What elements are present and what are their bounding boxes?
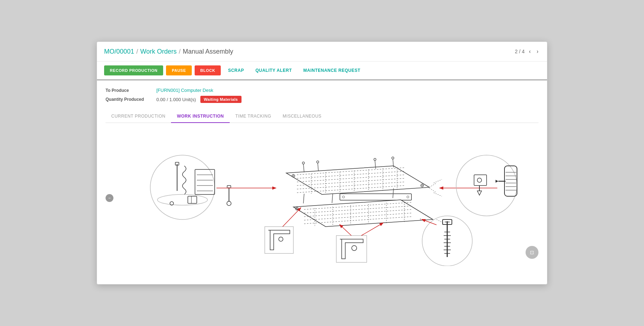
svg-line-104 bbox=[340, 225, 351, 236]
pause-button[interactable]: PAUSE bbox=[166, 65, 192, 75]
to-produce-value[interactable]: [FURN001] Computer Desk bbox=[156, 88, 213, 93]
breadcrumb: MO/00001 / Work Orders / Manual Assembly bbox=[104, 48, 233, 55]
breadcrumb-current-page: Manual Assembly bbox=[183, 48, 233, 55]
tab-miscellaneous[interactable]: MISCELLANEOUS bbox=[277, 110, 327, 123]
chat-button[interactable]: ⊡ bbox=[526, 246, 538, 259]
tabs: CURRENT PRODUCTION WORK INSTRUCTION TIME… bbox=[106, 110, 538, 123]
svg-point-83 bbox=[477, 178, 482, 182]
svg-line-48 bbox=[332, 193, 333, 203]
breadcrumb-workorders[interactable]: Work Orders bbox=[140, 48, 177, 55]
pagination-text: 2 / 4 bbox=[515, 49, 525, 54]
block-button[interactable]: BLOCK bbox=[195, 65, 221, 75]
svg-rect-10 bbox=[188, 196, 197, 203]
info-section: To Produce [FURN001] Computer Desk Quant… bbox=[106, 88, 538, 103]
tab-time-tracking[interactable]: TIME TRACKING bbox=[230, 110, 277, 123]
svg-line-103 bbox=[283, 208, 301, 227]
main-window: MO/00001 / Work Orders / Manual Assembly… bbox=[97, 41, 547, 285]
assembly-diagram bbox=[106, 130, 538, 266]
header: MO/00001 / Work Orders / Manual Assembly… bbox=[97, 42, 547, 61]
svg-marker-81 bbox=[496, 180, 498, 183]
pagination-prev-button[interactable]: ‹ bbox=[527, 48, 532, 55]
svg-marker-50 bbox=[293, 200, 433, 227]
quantity-label: Quantity Produced bbox=[106, 97, 152, 102]
svg-rect-89 bbox=[336, 236, 367, 262]
svg-point-42 bbox=[317, 161, 319, 163]
waiting-materials-badge: Waiting Materials bbox=[200, 96, 241, 103]
svg-rect-82 bbox=[474, 175, 487, 186]
svg-line-105 bbox=[422, 219, 436, 225]
svg-line-67 bbox=[429, 188, 436, 193]
svg-line-41 bbox=[318, 163, 318, 171]
quantity-row: Quantity Produced 0.00 / 1.000 Unit(s) W… bbox=[106, 96, 538, 103]
instruction-area: − bbox=[106, 130, 538, 266]
to-produce-label: To Produce bbox=[106, 88, 152, 93]
svg-line-39 bbox=[303, 164, 304, 172]
svg-point-46 bbox=[392, 157, 394, 159]
tab-work-instruction[interactable]: WORK INSTRUCTION bbox=[171, 110, 229, 123]
content-area: To Produce [FURN001] Computer Desk Quant… bbox=[97, 80, 547, 273]
to-produce-row: To Produce [FURN001] Computer Desk bbox=[106, 88, 538, 93]
breadcrumb-sep2: / bbox=[179, 48, 181, 55]
svg-point-44 bbox=[374, 158, 376, 160]
svg-point-8 bbox=[157, 194, 208, 205]
svg-line-68 bbox=[434, 179, 442, 183]
toolbar: RECORD PRODUCTION PAUSE BLOCK SCRAP QUAL… bbox=[97, 61, 547, 80]
breadcrumb-sep1: / bbox=[136, 48, 138, 55]
tab-current-production[interactable]: CURRENT PRODUCTION bbox=[106, 110, 171, 123]
svg-rect-36 bbox=[340, 194, 411, 200]
svg-point-40 bbox=[302, 162, 304, 164]
svg-point-0 bbox=[150, 155, 215, 219]
sidebar-toggle-button[interactable]: − bbox=[106, 194, 113, 202]
svg-line-69 bbox=[434, 193, 442, 196]
svg-point-14 bbox=[227, 201, 231, 206]
pagination: 2 / 4 ‹ › bbox=[515, 48, 540, 55]
quality-alert-button[interactable]: QUALITY ALERT bbox=[251, 65, 296, 76]
breadcrumb-mo[interactable]: MO/00001 bbox=[104, 48, 134, 55]
svg-line-47 bbox=[303, 194, 304, 203]
svg-line-66 bbox=[429, 183, 436, 187]
record-production-button[interactable]: RECORD PRODUCTION bbox=[104, 65, 163, 75]
quantity-value: 0.00 / 1.000 Unit(s) bbox=[156, 97, 196, 102]
svg-rect-73 bbox=[504, 166, 517, 196]
maintenance-request-button[interactable]: MAINTENANCE REQUEST bbox=[299, 65, 365, 76]
svg-marker-85 bbox=[477, 191, 482, 195]
svg-marker-16 bbox=[286, 166, 429, 194]
scrap-button[interactable]: SCRAP bbox=[224, 65, 248, 76]
svg-line-106 bbox=[361, 223, 383, 236]
pagination-next-button[interactable]: › bbox=[535, 48, 540, 55]
